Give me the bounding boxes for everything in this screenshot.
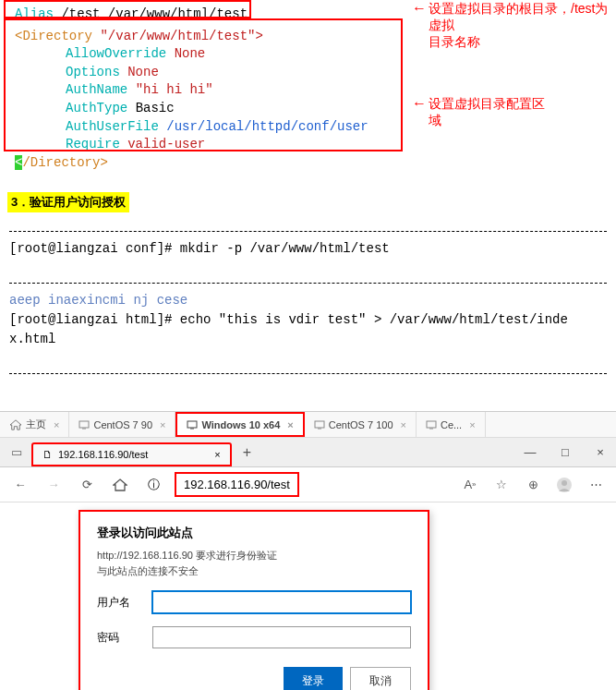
svg-point-9 — [562, 480, 567, 486]
arrow-alias: ← — [412, 0, 427, 17]
tab-centos-90[interactable]: CentOS 7 90 × — [69, 412, 175, 437]
cancel-button[interactable]: 取消 — [350, 667, 411, 690]
back-button[interactable]: ← — [7, 472, 33, 498]
apache-config: Alias /test /var/www/html/test <Director… — [0, 0, 406, 177]
password-label: 密码 — [97, 630, 143, 646]
dialog-subtitle-1: http://192.168.116.90 要求进行身份验证 — [97, 549, 411, 563]
address-bar: ← → ⟳ ⓘ 192.168.116.90/test A» ☆ ⊕ ⋯ — [0, 467, 616, 502]
monitor-icon — [314, 420, 325, 430]
url-field[interactable]: 192.168.116.90/test — [175, 472, 299, 497]
menu-icon[interactable]: ⋯ — [583, 472, 609, 498]
edge-tab-row: ▭ 🗋 192.168.116.90/test × + — □ × — [0, 438, 616, 467]
arrow-directory: ← — [412, 95, 427, 112]
directory-block: <Directory "/var/www/html/test"> AllowOv… — [7, 26, 399, 175]
divider — [9, 373, 607, 374]
favorites-icon[interactable]: ☆ — [489, 472, 514, 498]
monitor-icon — [426, 420, 437, 430]
tab-centos-100[interactable]: CentOS 7 100 × — [305, 412, 417, 437]
close-icon[interactable]: × — [469, 419, 475, 430]
svg-rect-2 — [187, 421, 197, 428]
username-label: 用户名 — [97, 595, 143, 611]
dialog-title: 登录以访问此站点 — [97, 525, 411, 541]
close-icon[interactable]: × — [160, 419, 165, 430]
monitor-icon — [187, 420, 198, 430]
home-icon — [113, 478, 127, 491]
tab-ce[interactable]: Ce... × — [417, 412, 486, 437]
profile-icon[interactable] — [551, 472, 577, 498]
browser-window: 主页 × CentOS 7 90 × Windows 10 x64 × Cent… — [0, 411, 616, 690]
close-icon[interactable]: × — [287, 419, 293, 430]
url-info-icon[interactable]: ⓘ — [140, 473, 167, 497]
dialog-subtitle-2: 与此站点的连接不安全 — [97, 564, 411, 578]
read-aloud-icon[interactable]: A» — [457, 472, 483, 498]
login-button[interactable]: 登录 — [284, 667, 343, 690]
refresh-button[interactable]: ⟳ — [74, 472, 100, 498]
home-tab[interactable]: 主页 × — [0, 412, 69, 437]
new-tab-button[interactable]: + — [234, 441, 260, 465]
auth-dialog: 登录以访问此站点 http://192.168.116.90 要求进行身份验证 … — [79, 510, 429, 690]
sidebar-toggle-icon[interactable]: ▭ — [4, 445, 30, 459]
svg-rect-6 — [427, 421, 436, 428]
alias-line: Alias /test /var/www/html/test — [7, 4, 399, 26]
browser-tab-active[interactable]: 🗋 192.168.116.90/test × — [31, 442, 232, 466]
home-button[interactable] — [107, 472, 133, 498]
tab-windows-10[interactable]: Windows 10 x64 × — [175, 412, 304, 437]
section-3-title: 3．验证用户访问授权 — [7, 192, 129, 212]
vm-tabs-row: 主页 × CentOS 7 90 × Windows 10 x64 × Cent… — [0, 412, 616, 438]
home-icon — [9, 419, 22, 430]
minimize-button[interactable]: — — [518, 443, 542, 462]
collections-icon[interactable]: ⊕ — [520, 472, 546, 498]
divider — [9, 231, 607, 232]
annotation-directory: 设置虚拟目录配置区 域 — [429, 95, 545, 128]
svg-rect-0 — [79, 421, 89, 428]
monitor-icon — [79, 420, 90, 430]
page-icon: 🗋 — [42, 449, 53, 460]
divider — [9, 283, 607, 284]
password-input[interactable] — [152, 626, 411, 648]
maximize-button[interactable]: □ — [553, 443, 577, 462]
close-icon[interactable]: × — [214, 449, 220, 460]
close-icon[interactable]: × — [54, 419, 59, 430]
annotation-alias: 设置虚拟目录的根目录，/test为虚拟 目录名称 — [429, 0, 610, 51]
forward-button[interactable]: → — [41, 472, 66, 498]
username-input[interactable] — [152, 591, 411, 613]
svg-rect-4 — [315, 421, 324, 428]
window-close-button[interactable]: × — [588, 443, 612, 462]
terminal-block-1: [root@liangzai conf]# mkdir -p /var/www/… — [0, 220, 616, 385]
close-icon[interactable]: × — [401, 419, 406, 430]
